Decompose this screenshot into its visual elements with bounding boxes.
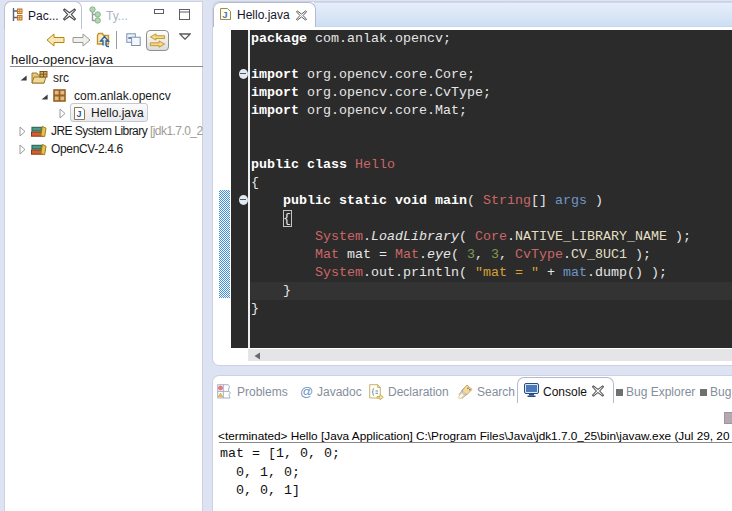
svg-text:J: J — [222, 9, 227, 20]
svg-text:J: J — [77, 109, 82, 119]
